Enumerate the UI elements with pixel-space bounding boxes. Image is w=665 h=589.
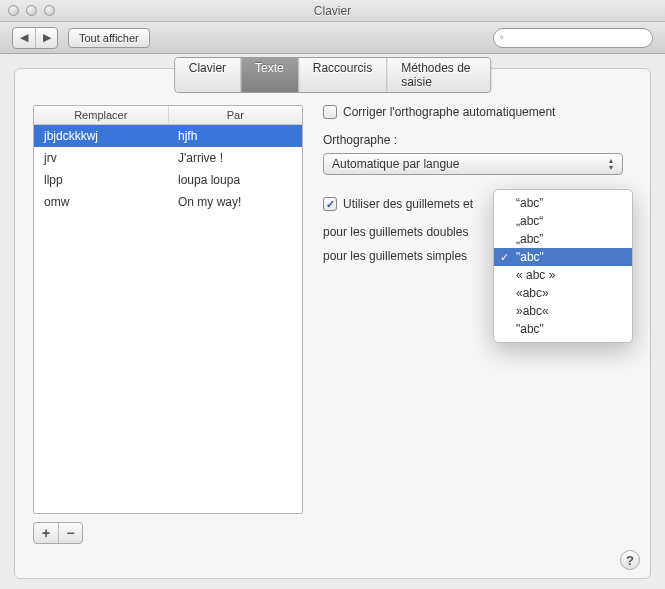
- quote-menu-label: “abc”: [516, 196, 543, 210]
- spellcheck-label: Corriger l'orthographe automatiquement: [343, 105, 555, 119]
- quote-menu-label: «abc»: [516, 286, 549, 300]
- cell-replace: llpp: [34, 173, 168, 187]
- quote-menu-label: „abc“: [516, 214, 543, 228]
- cell-replace: jrv: [34, 151, 168, 165]
- quote-style-menu: “abc”„abc“„abc”✓"abc"« abc »«abc»»abc«"a…: [493, 189, 633, 343]
- tab-clavier[interactable]: Clavier: [175, 58, 240, 92]
- quote-menu-item[interactable]: »abc«: [494, 302, 632, 320]
- cell-with: J'arrive !: [168, 151, 302, 165]
- col-header-replace[interactable]: Remplacer: [34, 106, 169, 124]
- spelling-header: Orthographe :: [323, 133, 632, 147]
- window-controls: [0, 5, 55, 16]
- quote-menu-item[interactable]: "abc": [494, 320, 632, 338]
- quote-menu-label: »abc«: [516, 304, 549, 318]
- nav-segment: ◀ ▶: [12, 27, 58, 49]
- check-icon: ✓: [500, 251, 509, 264]
- minimize-window-icon[interactable]: [26, 5, 37, 16]
- quote-menu-label: "abc": [516, 250, 544, 264]
- quote-menu-label: "abc": [516, 322, 544, 336]
- chevron-right-icon: ▶: [43, 31, 51, 44]
- cell-replace: jbjdckkkwj: [34, 129, 168, 143]
- table-row[interactable]: llpploupa loupa: [34, 169, 302, 191]
- spelling-popup-value: Automatique par langue: [332, 157, 459, 171]
- table-row[interactable]: jbjdckkkwjhjfh: [34, 125, 302, 147]
- help-button[interactable]: ?: [620, 550, 640, 570]
- zoom-window-icon[interactable]: [44, 5, 55, 16]
- tab-bar: ClavierTexteRaccourcisMéthodes de saisie: [174, 57, 492, 93]
- quote-menu-item[interactable]: ✓"abc": [494, 248, 632, 266]
- cell-with: loupa loupa: [168, 173, 302, 187]
- add-row-button[interactable]: +: [34, 523, 58, 543]
- quote-menu-item[interactable]: “abc”: [494, 194, 632, 212]
- close-window-icon[interactable]: [8, 5, 19, 16]
- table-row[interactable]: jrvJ'arrive !: [34, 147, 302, 169]
- col-header-with[interactable]: Par: [169, 106, 303, 124]
- add-remove-segment: + −: [33, 522, 83, 544]
- window-title: Clavier: [0, 4, 665, 18]
- popup-arrows-icon: ▲▼: [604, 156, 618, 172]
- search-icon: [500, 32, 504, 43]
- quote-menu-item[interactable]: „abc“: [494, 212, 632, 230]
- nav-back-button[interactable]: ◀: [13, 28, 35, 48]
- quote-menu-item[interactable]: « abc »: [494, 266, 632, 284]
- search-field-wrap[interactable]: [493, 28, 653, 48]
- quote-menu-label: « abc »: [516, 268, 555, 282]
- remove-row-button[interactable]: −: [58, 523, 82, 543]
- quote-menu-item[interactable]: «abc»: [494, 284, 632, 302]
- quote-menu-item[interactable]: „abc”: [494, 230, 632, 248]
- spelling-popup[interactable]: Automatique par langue ▲▼: [323, 153, 623, 175]
- window-titlebar: Clavier: [0, 0, 665, 22]
- smart-quotes-label: Utiliser des guillemets et: [343, 197, 473, 211]
- cell-replace: omw: [34, 195, 168, 209]
- tab-méthodes-de-saisie[interactable]: Méthodes de saisie: [386, 58, 490, 92]
- toolbar: ◀ ▶ Tout afficher: [0, 22, 665, 54]
- cell-with: On my way!: [168, 195, 302, 209]
- show-all-button[interactable]: Tout afficher: [68, 28, 150, 48]
- quote-menu-label: „abc”: [516, 232, 543, 246]
- spellcheck-checkbox[interactable]: [323, 105, 337, 119]
- tab-raccourcis[interactable]: Raccourcis: [298, 58, 386, 92]
- tab-texte[interactable]: Texte: [240, 58, 298, 92]
- preferences-panel: ClavierTexteRaccourcisMéthodes de saisie…: [14, 68, 651, 579]
- table-row[interactable]: omwOn my way!: [34, 191, 302, 213]
- replacements-table: Remplacer Par jbjdckkkwjhjfhjrvJ'arrive …: [33, 105, 303, 514]
- chevron-left-icon: ◀: [20, 31, 28, 44]
- smart-quotes-checkbox[interactable]: [323, 197, 337, 211]
- help-icon: ?: [626, 553, 634, 568]
- cell-with: hjfh: [168, 129, 302, 143]
- search-input[interactable]: [508, 32, 646, 44]
- nav-forward-button[interactable]: ▶: [35, 28, 57, 48]
